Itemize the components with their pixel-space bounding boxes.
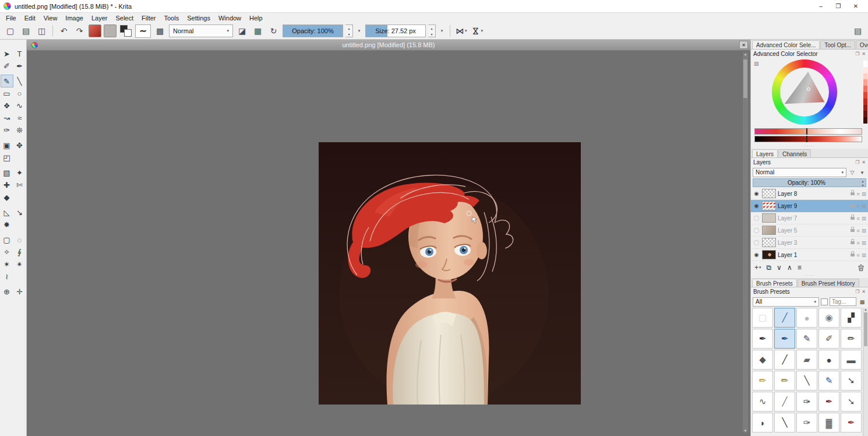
tool-rectangular-select[interactable]: ▢	[1, 234, 13, 245]
workspace-chooser-button[interactable]: ▤	[851, 24, 865, 38]
tool-bezier-select[interactable]: ≀	[1, 270, 13, 282]
close-dock-icon[interactable]: ✕	[862, 289, 866, 294]
menu-help[interactable]: Help	[245, 14, 267, 22]
history-swatch[interactable]	[863, 67, 867, 73]
redo-button[interactable]: ↷	[73, 24, 86, 38]
scroll-up-icon[interactable]: ▲	[743, 52, 748, 56]
gradient-chooser[interactable]	[89, 24, 101, 37]
history-swatch[interactable]	[863, 117, 867, 124]
brush-scrollbar[interactable]: ▲	[863, 308, 868, 436]
maximize-button[interactable]: ❐	[830, 1, 847, 12]
opacity-options-caret[interactable]: ▾	[355, 24, 363, 37]
dock-splitter[interactable]: ·····	[751, 145, 868, 149]
shade-strip-2[interactable]	[754, 136, 862, 142]
layer-alpha-lock-icon[interactable]: ▨	[862, 228, 866, 233]
layer-visibility-icon[interactable]: ◯	[753, 240, 760, 245]
tool-elliptical-select[interactable]: ◌	[14, 234, 26, 245]
layer-visibility-icon[interactable]: ◉	[753, 252, 760, 258]
tool-freehand-brush[interactable]: ✎	[1, 75, 13, 87]
float-dock-icon[interactable]: ❐	[855, 160, 859, 165]
minimize-button[interactable]: –	[812, 1, 830, 12]
layer-blend-dropdown[interactable]: Normal ▾	[753, 168, 846, 177]
brush-preset[interactable]: ✏	[841, 329, 862, 349]
size-options-caret[interactable]: ▾	[438, 24, 446, 37]
eraser-mode-button[interactable]: ◪	[235, 24, 249, 38]
menu-file[interactable]: File	[2, 14, 20, 22]
menu-settings[interactable]: Settings	[183, 14, 214, 22]
brush-preset[interactable]: ✒	[774, 329, 795, 349]
tool-polygon[interactable]: ❖	[1, 100, 13, 111]
layer-lock-icon[interactable]	[851, 241, 855, 244]
tool-rectangle[interactable]: ▭	[1, 87, 13, 99]
layer-lock-icon[interactable]	[851, 217, 855, 220]
layer-row[interactable]: ◯Layer 3α▨	[751, 237, 868, 249]
menu-view[interactable]: View	[40, 14, 62, 22]
brush-preset[interactable]: ╲	[796, 371, 817, 391]
save-button[interactable]: ◫	[35, 24, 48, 38]
layer-lock-icon[interactable]	[851, 192, 855, 195]
layer-lock-icon[interactable]	[851, 205, 855, 208]
spinner-up-icon[interactable]: ▴	[428, 25, 435, 31]
brush-preset[interactable]: ✐	[818, 329, 839, 349]
tool-similar-color-select[interactable]: ✶	[1, 258, 13, 270]
scrollbar-thumb[interactable]	[743, 59, 747, 98]
open-document-button[interactable]: ▤	[19, 24, 33, 38]
layer-alpha-lock-icon[interactable]: ▨	[862, 216, 866, 221]
scroll-down-icon[interactable]: ▼	[743, 429, 748, 433]
brush-preset[interactable]: ➘	[841, 392, 862, 412]
tool-crop[interactable]: ◰	[1, 152, 13, 163]
layer-filter-caret[interactable]: ▾	[858, 168, 866, 177]
brush-preset[interactable]: ✑	[796, 413, 817, 433]
tool-edit-shapes[interactable]: ✐	[1, 60, 13, 72]
duplicate-layer-button[interactable]: ⧉	[767, 263, 772, 272]
canvas-viewport[interactable]: ▲ ▼	[27, 51, 750, 436]
brush-preset[interactable]: ▢	[752, 308, 773, 328]
brush-preset[interactable]: ▓	[818, 413, 839, 433]
tool-reference-images[interactable]: ✸	[1, 219, 13, 230]
layer-alpha-lock-icon[interactable]: ▨	[862, 252, 866, 258]
dock-tab-over[interactable]: Over...	[856, 40, 868, 49]
tool-calligraphy[interactable]: ✒	[14, 60, 26, 72]
tab-brush-presets[interactable]: Brush Presets	[752, 279, 797, 287]
layer-alpha-icon[interactable]: α	[857, 252, 860, 258]
menu-window[interactable]: Window	[214, 14, 245, 22]
spinner-up-icon[interactable]: ▴	[860, 179, 866, 183]
brush-preset[interactable]: ╱	[774, 392, 795, 412]
history-swatch[interactable]	[863, 86, 867, 92]
tool-line[interactable]: ╲	[14, 75, 26, 87]
close-dock-icon[interactable]: ✕	[862, 51, 866, 57]
layer-row[interactable]: ◉Layer 1α▨	[751, 249, 868, 261]
brush-preset[interactable]: ▞	[841, 308, 862, 328]
close-button[interactable]: ✕	[847, 1, 865, 12]
tool-measure[interactable]: ↘	[14, 206, 26, 218]
tool-dynamic-brush[interactable]: ✑	[1, 124, 13, 136]
brush-tag-checkbox[interactable]	[821, 298, 828, 305]
layer-visibility-icon[interactable]: ◉	[753, 203, 760, 209]
brush-preset[interactable]: ▬	[841, 350, 862, 370]
brush-preset[interactable]: ●	[818, 350, 839, 370]
layer-visibility-icon[interactable]: ◉	[753, 191, 760, 196]
brush-view-mode-button[interactable]: ▩	[858, 297, 866, 306]
tool-color-sampler[interactable]: ✦	[14, 167, 26, 178]
tool-zoom[interactable]: ⊕	[1, 286, 13, 297]
fg-bg-color-chooser[interactable]	[119, 24, 133, 38]
brush-preset[interactable]: ✏	[774, 371, 795, 391]
canvas-artwork[interactable]	[319, 142, 581, 405]
layer-visibility-icon[interactable]: ◯	[753, 227, 760, 233]
tool-transform[interactable]: ▣	[1, 139, 13, 151]
tag-search-input[interactable]: Tag...	[830, 297, 856, 306]
brush-preset[interactable]: ╱	[774, 350, 795, 370]
layer-alpha-icon[interactable]: α	[857, 240, 860, 245]
brush-preset[interactable]: ✒	[841, 413, 862, 433]
layer-visibility-icon[interactable]: ◯	[753, 215, 760, 221]
close-dock-icon[interactable]: ✕	[862, 160, 866, 165]
menu-tools[interactable]: Tools	[160, 14, 184, 22]
size-spinner[interactable]: ▴▾	[428, 24, 436, 37]
history-swatch[interactable]	[863, 61, 867, 67]
tool-fill[interactable]: ◆	[1, 191, 13, 203]
brush-preset[interactable]: ∿	[752, 392, 773, 412]
advanced-color-selector[interactable]: ▨	[751, 58, 868, 127]
brush-preset[interactable]: ✑	[796, 392, 817, 412]
layer-filter-icon[interactable]: ▽	[848, 168, 856, 177]
tool-pattern-edit[interactable]: ✚	[1, 179, 13, 191]
